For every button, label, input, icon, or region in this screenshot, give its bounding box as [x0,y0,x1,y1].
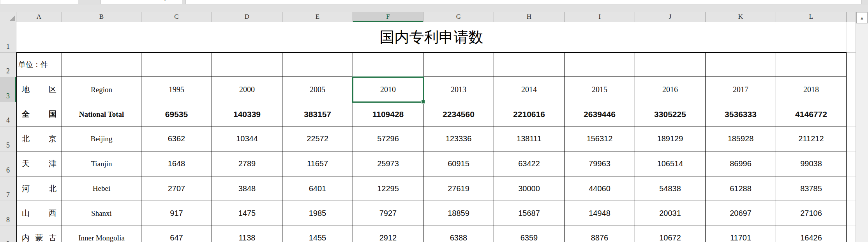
cell-K9[interactable]: 11701 [706,226,776,242]
cell-C9[interactable]: 647 [141,226,212,242]
cell-K3-year[interactable]: 2017 [706,77,776,102]
cell-F7[interactable]: 12295 [353,176,423,201]
cell-F8[interactable]: 7927 [353,201,423,226]
column-header-F[interactable]: F [353,12,423,22]
column-header-J[interactable]: J [635,12,706,22]
cell-C2[interactable] [141,53,212,77]
cell-D2[interactable] [212,53,282,77]
cell-A1-merged-title[interactable]: 国内专利申请数 [16,22,847,53]
cell-partial[interactable] [847,77,856,102]
cell-F4[interactable]: 1109428 [353,102,423,126]
row-header-6[interactable]: 6 [0,151,16,176]
cell-B7[interactable]: Hebei [62,176,141,201]
column-header-B[interactable]: B [62,12,141,22]
cell-C5[interactable]: 6362 [141,126,212,151]
formula-bar-input-fragment[interactable] [185,0,862,4]
cell-I7[interactable]: 44060 [565,176,635,201]
cell-E5[interactable]: 22572 [282,126,353,151]
cell-J8[interactable]: 20031 [635,201,706,226]
formula-chevron-icon[interactable]: ▾ [164,0,166,2]
cell-H3-year[interactable]: 2014 [494,77,565,102]
row-header-4[interactable]: 4 [0,102,16,126]
row-header-1[interactable]: 1 [0,22,16,53]
cell-I8[interactable]: 14948 [565,201,635,226]
cell-I3-year[interactable]: 2015 [565,77,635,102]
cell-A6[interactable]: 天津 [16,151,62,176]
cell-partial[interactable] [847,53,856,77]
cell-A2-unit[interactable]: 单位：件 [16,53,62,77]
formula-controls-fragment[interactable]: ▾ [101,0,182,4]
cell-B8[interactable]: Shanxi [62,201,141,226]
cell-C6[interactable]: 1648 [141,151,212,176]
cell-C4[interactable]: 69535 [141,102,212,126]
cell-J6[interactable]: 106514 [635,151,706,176]
column-header-A[interactable]: A [16,12,62,22]
scroll-up-button[interactable]: ▲ [856,12,868,23]
cell-J9[interactable]: 10672 [635,226,706,242]
column-header-G[interactable]: G [423,12,494,22]
cell-L6[interactable]: 99038 [776,151,847,176]
cell-I5[interactable]: 156312 [565,126,635,151]
vertical-scrollbar[interactable]: ▲ [856,12,868,242]
cell-L9[interactable]: 16426 [776,226,847,242]
column-header-H[interactable]: H [494,12,565,22]
cell-H9[interactable]: 6359 [494,226,565,242]
cell-L2[interactable] [776,53,847,77]
cell-B5[interactable]: Beijing [62,126,141,151]
column-header-E[interactable]: E [282,12,353,22]
cell-partial[interactable] [847,151,856,176]
cell-G4[interactable]: 2234560 [423,102,494,126]
cell-G3-year[interactable]: 2013 [423,77,494,102]
cell-partial[interactable] [847,126,856,151]
cell-G9[interactable]: 6388 [423,226,494,242]
column-header-D[interactable]: D [212,12,282,22]
cell-H8[interactable]: 15687 [494,201,565,226]
cell-E9[interactable]: 1455 [282,226,353,242]
cell-partial[interactable] [847,226,856,242]
cell-C3-year[interactable]: 1995 [141,77,212,102]
cell-I9[interactable]: 8876 [565,226,635,242]
name-box-fragment[interactable] [0,0,78,4]
cell-G2[interactable] [423,53,494,77]
cell-K5[interactable]: 185928 [706,126,776,151]
row-header-3[interactable]: 3 [0,77,16,102]
cell-I6[interactable]: 79963 [565,151,635,176]
cell-G5[interactable]: 123336 [423,126,494,151]
cell-B3-region-en[interactable]: Region [62,77,141,102]
row-header-5[interactable]: 5 [0,126,16,151]
selection-fill-handle[interactable] [421,100,425,104]
cell-C7[interactable]: 2707 [141,176,212,201]
cell-E3-year[interactable]: 2005 [282,77,353,102]
column-header-L[interactable]: L [776,12,847,22]
cell-B9[interactable]: Inner Mongolia [62,226,141,242]
cell-J7[interactable]: 54838 [635,176,706,201]
cell-E7[interactable]: 6401 [282,176,353,201]
cell-H7[interactable]: 30000 [494,176,565,201]
column-header-I[interactable]: I [565,12,635,22]
column-header-partial[interactable] [847,12,856,22]
cell-L3-year[interactable]: 2018 [776,77,847,102]
cell-E2[interactable] [282,53,353,77]
cell-H6[interactable]: 63422 [494,151,565,176]
cell-partial[interactable] [847,201,856,226]
cell-J5[interactable]: 189129 [635,126,706,151]
cell-F9[interactable]: 2912 [353,226,423,242]
cell-B6[interactable]: Tianjin [62,151,141,176]
cell-L8[interactable]: 27106 [776,201,847,226]
cell-D6[interactable]: 2789 [212,151,282,176]
cell-I4[interactable]: 2639446 [565,102,635,126]
cell-G8[interactable]: 18859 [423,201,494,226]
cell-F6[interactable]: 25973 [353,151,423,176]
cell-E8[interactable]: 1985 [282,201,353,226]
column-header-K[interactable]: K [706,12,776,22]
select-all-corner[interactable] [0,12,16,22]
row-header-9[interactable]: 9 [0,226,16,242]
cell-E6[interactable]: 11657 [282,151,353,176]
row-header-8[interactable]: 8 [0,201,16,226]
cell-F2[interactable] [353,53,423,77]
cell-J4[interactable]: 3305225 [635,102,706,126]
cell-D9[interactable]: 1138 [212,226,282,242]
cell-K7[interactable]: 61288 [706,176,776,201]
cell-A9[interactable]: 内蒙古 [16,226,62,242]
cell-A8[interactable]: 山西 [16,201,62,226]
